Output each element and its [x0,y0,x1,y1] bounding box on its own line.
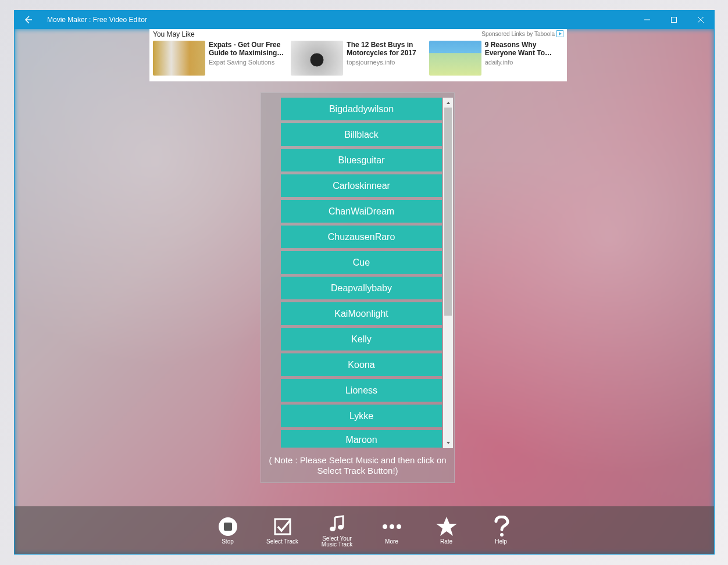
panel-note: ( Note : Please Select Music and then cl… [261,448,454,483]
maximize-icon [671,17,677,23]
stop-button[interactable]: Stop [210,516,245,545]
ad-source: topsjourneys.info [347,59,425,66]
back-arrow-icon [23,15,33,24]
more-icon [380,521,404,532]
track-item[interactable]: Lykke [281,405,442,427]
scrollbar-track[interactable] [443,108,453,438]
svg-point-14 [383,524,387,529]
scrollbar-thumb[interactable] [444,108,452,316]
svg-rect-10 [224,523,232,531]
track-list: Bigdaddywilson Billblack Bluesguitar Car… [281,98,442,448]
track-item[interactable]: ChuzausenRaro [281,226,442,248]
ad-header-right[interactable]: Sponsored Links by Taboola [481,30,563,37]
desktop-frame: { "titlebar": { "app_title": "Movie Make… [0,0,728,565]
rate-button[interactable]: Rate [429,516,464,545]
svg-rect-11 [275,519,290,534]
ad-thumb-icon [153,41,205,76]
track-item[interactable]: Deapvallybaby [281,277,442,299]
close-icon [698,17,704,23]
scroll-down-icon[interactable] [443,438,453,448]
client-area: You May Like Sponsored Links by Taboola … [15,29,714,554]
ad-title: The 12 Best Buys in Motorcycles for 2017 [347,41,425,58]
ad-thumb-icon [291,41,343,76]
music-note-icon [327,514,347,534]
stop-icon [218,517,238,537]
track-item[interactable]: Maroon [281,430,442,448]
ad-thumb-icon [429,41,481,76]
select-your-music-button[interactable]: Select Your Music Track [320,513,355,548]
track-item[interactable]: Carloskinnear [281,174,442,197]
track-item[interactable]: Lioness [281,379,442,402]
track-item[interactable]: Billblack [281,123,442,146]
ad-source: adaily.info [485,59,563,66]
svg-marker-8 [447,442,450,444]
star-icon [436,516,458,538]
track-item[interactable]: Koona [281,353,442,376]
track-panel: Bigdaddywilson Billblack Bluesguitar Car… [260,92,455,483]
select-track-icon [273,517,292,537]
track-item[interactable]: KaiMoonlight [281,302,442,325]
ad-header: You May Like Sponsored Links by Taboola [149,29,567,38]
svg-point-13 [338,525,344,530]
ad-item-1[interactable]: Expats - Get Our Free Guide to Maximisin… [153,41,287,78]
track-list-wrap: Bigdaddywilson Billblack Bluesguitar Car… [261,93,454,448]
ad-strip: You May Like Sponsored Links by Taboola … [149,29,567,81]
track-item[interactable]: ChanWaiDream [281,200,442,223]
svg-marker-6 [559,32,562,35]
minimize-icon [644,17,650,23]
back-button[interactable] [15,10,41,29]
ad-sponsored-label: Sponsored Links [481,31,525,37]
rate-label: Rate [440,539,452,545]
svg-point-17 [500,533,504,537]
svg-point-15 [390,524,394,529]
select-track-label: Select Track [266,539,298,545]
titlebar: Movie Maker : Free Video Editor [15,10,714,29]
more-label: More [385,539,398,545]
svg-marker-7 [447,102,450,104]
track-item[interactable]: Bluesguitar [281,149,442,171]
track-item[interactable]: Cue [281,251,442,274]
minimize-button[interactable] [634,10,661,29]
stop-label: Stop [222,539,234,545]
ad-header-left: You May Like [153,30,195,38]
app-title: Movie Maker : Free Video Editor [41,16,634,24]
maximize-button[interactable] [661,10,687,29]
select-your-music-label: Select Your Music Track [322,536,352,548]
app-window: Movie Maker : Free Video Editor You May … [14,10,715,555]
ad-row: Expats - Get Our Free Guide to Maximisin… [149,38,567,81]
bottom-toolbar: Stop Select Track [15,506,714,554]
ad-taboola-label: by Taboola [527,31,555,37]
ad-source: Expat Saving Solutions [209,59,287,66]
more-button[interactable]: More [374,516,409,545]
scroll-up-icon[interactable] [443,98,453,108]
ad-title: 9 Reasons Why Everyone Want To We… [485,41,563,58]
select-track-button[interactable]: Select Track [265,516,300,545]
svg-point-16 [397,524,401,529]
help-icon [493,516,510,538]
ad-title: Expats - Get Our Free Guide to Maximisin… [209,41,287,58]
svg-point-12 [330,527,336,531]
track-item[interactable]: Bigdaddywilson [281,98,442,120]
ad-item-2[interactable]: The 12 Best Buys in Motorcycles for 2017… [291,41,425,78]
scrollbar[interactable] [443,98,453,448]
window-controls [634,10,714,29]
track-item[interactable]: Kelly [281,328,442,351]
ad-play-icon [556,30,563,37]
help-button[interactable]: Help [484,516,519,545]
help-label: Help [495,539,507,545]
svg-rect-2 [672,17,677,23]
ad-item-3[interactable]: 9 Reasons Why Everyone Want To We… adail… [429,41,563,78]
close-button[interactable] [687,10,714,29]
